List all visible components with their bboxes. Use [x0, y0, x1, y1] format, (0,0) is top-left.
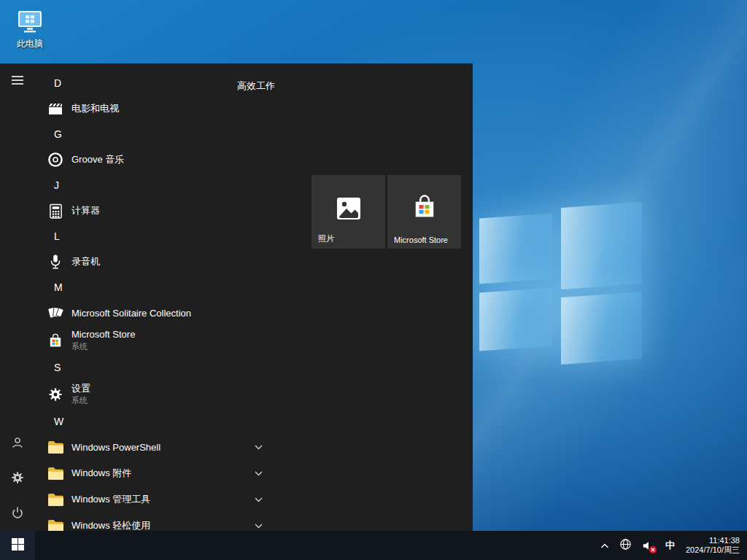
- power-button[interactable]: [0, 496, 35, 531]
- store-bag-icon: [47, 332, 64, 349]
- windows-logo-icon: [12, 538, 24, 553]
- tile-microsoft-store[interactable]: Microsoft Store: [387, 175, 461, 249]
- app-item-solitaire[interactable]: Microsoft Solitaire Collection: [35, 300, 277, 326]
- settings-button[interactable]: [0, 461, 35, 496]
- folder-icon: [47, 438, 64, 456]
- app-item-microsoft-store[interactable]: Microsoft Store 系统: [35, 326, 277, 355]
- tile-label: 照片: [318, 233, 334, 244]
- app-item-label: 录音机: [71, 255, 100, 268]
- store-bag-icon: [412, 194, 437, 223]
- app-section-header-m[interactable]: M: [35, 275, 277, 300]
- clock-time: 11:41:38: [709, 536, 740, 546]
- app-item-sublabel: 系统: [71, 395, 90, 405]
- ime-indicator[interactable]: 中: [659, 531, 681, 560]
- chevron-down-icon[interactable]: [255, 497, 263, 502]
- start-app-list: D 电影和电视 G: [35, 63, 277, 531]
- volume-button[interactable]: [637, 531, 659, 560]
- desktop-icon-label: 此电脑: [17, 38, 43, 50]
- voice-recorder-icon: [47, 253, 64, 271]
- photos-icon: [334, 194, 363, 226]
- user-icon: [11, 436, 24, 451]
- app-item-label: Microsoft Store: [71, 330, 135, 340]
- chevron-down-icon[interactable]: [255, 471, 263, 476]
- solitaire-icon: [47, 304, 64, 322]
- app-section-header-s[interactable]: S: [35, 355, 277, 380]
- app-item-groove-music[interactable]: Groove 音乐: [35, 147, 277, 173]
- app-item-label: 电影和电视: [71, 102, 119, 115]
- folder-item-windows-admin-tools[interactable]: Windows 管理工具: [35, 486, 277, 513]
- folder-icon: [47, 517, 64, 531]
- power-icon: [11, 506, 24, 521]
- expand-menu-button[interactable]: [0, 63, 35, 98]
- calculator-icon: [47, 202, 64, 219]
- folder-icon: [47, 491, 64, 508]
- app-item-label: 计算器: [71, 204, 100, 217]
- show-hidden-icons-button[interactable]: [595, 531, 614, 560]
- wallpaper-logo-pane: [561, 202, 642, 289]
- taskbar: 中 11:41:38 2024/7/10/周三: [0, 531, 747, 560]
- app-item-label: Groove 音乐: [71, 153, 124, 166]
- app-section-header-j[interactable]: J: [35, 173, 277, 198]
- rail-bottom-group: [0, 426, 35, 531]
- app-section-header-w[interactable]: W: [35, 409, 277, 434]
- chevron-down-icon[interactable]: [255, 445, 263, 450]
- folder-item-windows-ease-of-access[interactable]: Windows 轻松使用: [35, 513, 277, 531]
- start-menu-rail: [0, 63, 35, 531]
- groove-music-icon: [47, 151, 64, 168]
- wallpaper-logo-pane: [561, 292, 642, 365]
- clock-date: 2024/7/10/周三: [686, 545, 740, 556]
- wallpaper-logo-pane: [479, 288, 552, 351]
- chevron-down-icon[interactable]: [255, 524, 263, 529]
- folder-item-label: Windows PowerShell: [71, 442, 160, 453]
- app-item-voice-recorder[interactable]: 录音机: [35, 249, 277, 275]
- volume-muted-icon: [642, 540, 654, 551]
- tile-group-title[interactable]: 高效工作: [237, 79, 275, 93]
- settings-gear-icon: [11, 471, 24, 486]
- app-item-text: Microsoft Store 系统: [71, 330, 135, 351]
- app-item-calculator[interactable]: 计算器: [35, 198, 277, 224]
- this-pc-icon: [17, 9, 43, 36]
- app-item-text: 设置 系统: [71, 384, 90, 405]
- folder-icon: [47, 464, 64, 482]
- start-menu: D 电影和电视 G: [0, 63, 473, 531]
- folder-item-windows-powershell[interactable]: Windows PowerShell: [35, 434, 277, 460]
- folder-item-label: Windows 轻松使用: [71, 519, 150, 531]
- system-tray: 中 11:41:38 2024/7/10/周三: [595, 531, 747, 560]
- settings-gear-icon: [47, 386, 64, 403]
- hamburger-icon: [12, 75, 23, 88]
- user-account-button[interactable]: [0, 426, 35, 461]
- network-globe-icon: [619, 538, 632, 553]
- app-item-label: 设置: [71, 384, 90, 394]
- tile-label: Microsoft Store: [394, 236, 448, 244]
- chevron-up-icon: [600, 540, 609, 551]
- app-item-label: Microsoft Solitaire Collection: [71, 308, 191, 319]
- desktop-icon-this-pc[interactable]: 此电脑: [7, 9, 53, 50]
- movies-tv-icon: [47, 100, 64, 117]
- start-button[interactable]: [0, 531, 35, 560]
- mute-badge: [649, 546, 657, 553]
- tiles-row: 照片 Microsoft Store: [311, 175, 461, 249]
- clock[interactable]: 11:41:38 2024/7/10/周三: [681, 536, 747, 556]
- tile-photos[interactable]: 照片: [311, 175, 385, 249]
- app-item-settings[interactable]: 设置 系统: [35, 380, 277, 409]
- app-section-header-g[interactable]: G: [35, 122, 277, 147]
- folder-item-label: Windows 管理工具: [71, 493, 150, 506]
- app-item-movies-tv[interactable]: 电影和电视: [35, 96, 277, 122]
- wallpaper-logo-pane: [479, 214, 552, 284]
- app-section-header-l[interactable]: L: [35, 224, 277, 249]
- folder-item-windows-accessories[interactable]: Windows 附件: [35, 460, 277, 486]
- network-button[interactable]: [614, 531, 637, 560]
- app-item-sublabel: 系统: [71, 341, 135, 351]
- folder-item-label: Windows 附件: [71, 467, 131, 480]
